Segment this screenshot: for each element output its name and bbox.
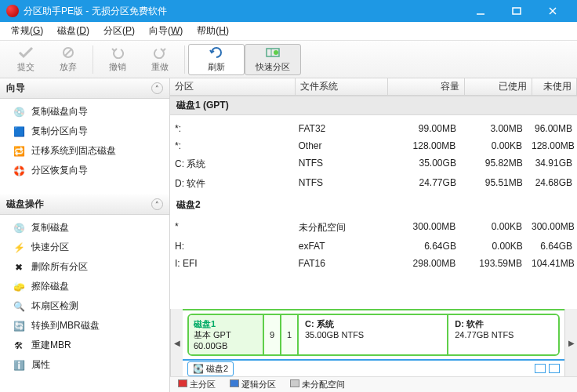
- table-row[interactable]: *未分配空间300.00MB0.00KB300.00MB: [170, 218, 577, 238]
- wizard-panel-header[interactable]: 向导 ˄: [0, 78, 169, 99]
- rebuild-icon: 🛠: [13, 339, 25, 352]
- table-row[interactable]: H:exFAT6.64GB0.00KB6.64GB: [170, 238, 577, 255]
- info-icon: ℹ️: [13, 359, 25, 372]
- legend: 主分区 逻辑分区 未分配空间: [170, 376, 577, 392]
- sidebar-item-copy-disk[interactable]: 💿复制磁盘: [0, 218, 169, 238]
- sidebar-item-migrate-ssd[interactable]: 🔁迁移系统到固态磁盘: [0, 141, 169, 161]
- col-free[interactable]: 未使用: [532, 78, 577, 95]
- partition-copy-icon: 🟦: [13, 125, 25, 138]
- refresh-icon: [208, 45, 225, 60]
- refresh-button[interactable]: 刷新: [188, 44, 245, 75]
- table-row[interactable]: C: 系统NTFS35.00GB95.82MB34.91GB: [170, 154, 577, 174]
- chevron-up-icon[interactable]: ˄: [151, 198, 163, 210]
- diskops-title: 磁盘操作: [6, 198, 44, 211]
- svg-point-8: [274, 50, 278, 55]
- grid-body[interactable]: 磁盘1 (GPT) *:FAT3299.00MB3.00MB96.00MB *:…: [170, 96, 577, 309]
- sidebar-item-partition-recovery[interactable]: 🛟分区恢复向导: [0, 161, 169, 180]
- col-used[interactable]: 已使用: [465, 78, 532, 95]
- menu-general[interactable]: 常规(G): [5, 23, 49, 39]
- diskops-panel-header[interactable]: 磁盘操作 ˄: [0, 194, 169, 215]
- recovery-icon: 🛟: [13, 165, 25, 177]
- scroll-right-button[interactable]: ▶: [564, 309, 577, 376]
- menu-help[interactable]: 帮助(H): [191, 23, 235, 39]
- erase-icon: 🧽: [13, 281, 25, 293]
- menu-disk[interactable]: 磁盘(D): [51, 23, 96, 39]
- swatch-logical: [230, 379, 239, 387]
- commit-button[interactable]: 提交: [5, 42, 47, 77]
- table-row[interactable]: I: EFIFAT16298.00MB193.59MB104.41MB: [170, 255, 577, 272]
- disk2-chip[interactable]: 💽磁盘2: [187, 361, 234, 376]
- separator: [184, 45, 185, 74]
- minimize-button[interactable]: [463, 2, 499, 20]
- disk1-part-small1[interactable]: 9: [264, 315, 281, 354]
- disk1-part-d[interactable]: D: 软件 24.77GB NTFS: [448, 315, 558, 354]
- quick-partition-button[interactable]: 快速分区: [245, 44, 301, 75]
- undo-button[interactable]: 撤销: [96, 42, 139, 77]
- sidebar-item-quick-partition[interactable]: ⚡快速分区: [0, 238, 169, 257]
- discard-button[interactable]: 放弃: [47, 42, 89, 77]
- sidebar-item-bad-sector[interactable]: 🔍坏扇区检测: [0, 296, 169, 316]
- sidebar-item-copy-partition-wizard[interactable]: 🟦复制分区向导: [0, 122, 169, 141]
- title-bar: 分区助手PE版 - 无损分区免费软件: [0, 0, 577, 22]
- disk2-group[interactable]: 磁盘2: [170, 194, 577, 213]
- maximize-button[interactable]: [499, 2, 535, 20]
- quick-icon: ⚡: [13, 241, 25, 254]
- scan-icon: 🔍: [13, 300, 25, 313]
- wizard-title: 向导: [6, 82, 25, 95]
- check-icon: [17, 45, 34, 60]
- table-row[interactable]: D: 软件NTFS24.77GB95.51MB24.68GB: [170, 174, 577, 194]
- window-title: 分区助手PE版 - 无损分区免费软件: [24, 5, 463, 18]
- disk-icon: 💽: [193, 364, 204, 374]
- disk1-diagram[interactable]: 磁盘1 基本 GPT 60.00GB 9 1 C: 系统 35.00GB NTF…: [187, 314, 560, 356]
- svg-line-5: [65, 49, 71, 56]
- separator: [93, 45, 93, 74]
- delete-icon: ✖: [13, 261, 25, 274]
- col-partition[interactable]: 分区: [170, 78, 296, 95]
- menu-partition[interactable]: 分区(P): [97, 23, 141, 39]
- disk1-bar: 磁盘1 基本 GPT 60.00GB 9 1 C: 系统 35.00GB NTF…: [183, 309, 564, 359]
- swatch-unalloc: [290, 379, 299, 387]
- convert-icon: 🔄: [13, 320, 25, 332]
- disk2-bar: 💽磁盘2: [183, 359, 564, 376]
- close-button[interactable]: [535, 2, 571, 20]
- redo-icon: [151, 45, 169, 60]
- swatch-primary: [178, 379, 187, 387]
- toolbar: 提交 放弃 撤销 重做 刷新 快速分区: [0, 41, 577, 78]
- disk-copy-icon: 💿: [13, 106, 25, 118]
- chevron-up-icon[interactable]: ˄: [151, 82, 163, 94]
- sidebar-item-copy-disk-wizard[interactable]: 💿复制磁盘向导: [0, 102, 169, 122]
- sidebar-item-convert-mbr[interactable]: 🔄转换到MBR磁盘: [0, 316, 169, 336]
- disk1-part-small2[interactable]: 1: [281, 315, 299, 354]
- col-filesystem[interactable]: 文件系统: [296, 78, 388, 95]
- app-icon: [6, 5, 19, 17]
- quick-icon: [264, 45, 281, 60]
- disk2-seg2[interactable]: [549, 364, 560, 373]
- disk2-seg1[interactable]: [535, 364, 546, 373]
- svg-rect-1: [513, 8, 521, 14]
- undo-icon: [109, 45, 126, 60]
- disk1-part-c[interactable]: C: 系统 35.00GB NTFS: [299, 315, 448, 354]
- scroll-left-button[interactable]: ◀: [170, 309, 183, 376]
- content-area: 分区 文件系统 容量 已使用 未使用 磁盘1 (GPT) *:FAT3299.0…: [170, 78, 577, 392]
- migrate-icon: 🔁: [13, 145, 25, 158]
- disk1-group[interactable]: 磁盘1 (GPT): [170, 96, 577, 115]
- col-capacity[interactable]: 容量: [388, 78, 465, 95]
- menu-bar: 常规(G) 磁盘(D) 分区(P) 向导(W) 帮助(H): [0, 22, 577, 41]
- sidebar-item-rebuild-mbr[interactable]: 🛠重建MBR: [0, 336, 169, 355]
- sidebar-item-wipe-disk[interactable]: 🧽擦除磁盘: [0, 277, 169, 296]
- disk1-info[interactable]: 磁盘1 基本 GPT 60.00GB: [189, 315, 264, 354]
- disk-icon: 💿: [13, 222, 25, 234]
- table-row[interactable]: *:Other128.00MB0.00KB128.00MB: [170, 137, 577, 154]
- redo-button[interactable]: 重做: [139, 42, 181, 77]
- sidebar-item-properties[interactable]: ℹ️属性: [0, 355, 169, 375]
- menu-wizard[interactable]: 向导(W): [143, 23, 189, 39]
- discard-icon: [60, 45, 77, 60]
- grid-header: 分区 文件系统 容量 已使用 未使用: [170, 78, 577, 96]
- table-row[interactable]: *:FAT3299.00MB3.00MB96.00MB: [170, 120, 577, 137]
- sidebar: 向导 ˄ 💿复制磁盘向导 🟦复制分区向导 🔁迁移系统到固态磁盘 🛟分区恢复向导 …: [0, 78, 170, 392]
- sidebar-item-delete-all[interactable]: ✖删除所有分区: [0, 257, 169, 277]
